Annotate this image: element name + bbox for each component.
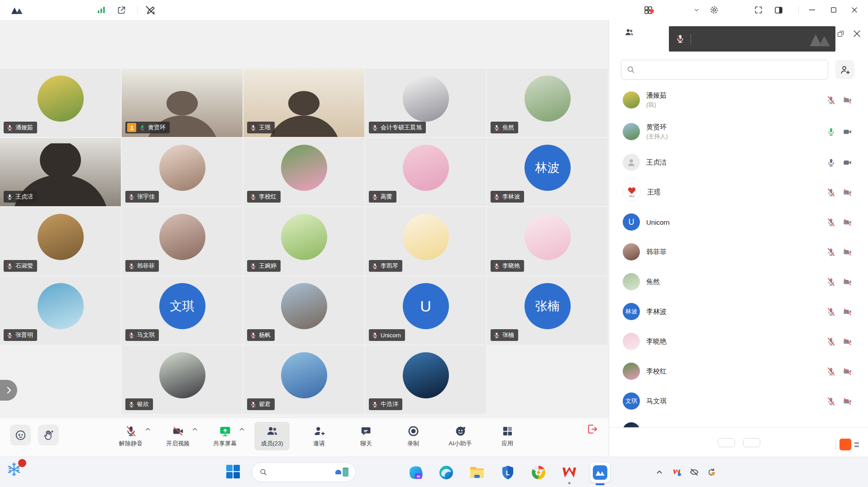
member-camera-button[interactable] [843,158,852,167]
video-tile[interactable]: 牛浩洋 [365,345,486,414]
chevron-up-icon[interactable] [145,427,150,431]
toolbar-start-video-button[interactable]: 开启视频 [160,422,196,450]
member-camera-button[interactable] [843,217,852,227]
member-camera-button[interactable] [843,367,852,376]
member-row[interactable]: 李晓艳 [609,326,868,356]
share-window-icon[interactable] [117,0,126,20]
member-camera-button[interactable] [843,127,852,137]
member-mic-button[interactable] [826,307,836,317]
video-tile[interactable]: 黄贤环 [122,69,243,137]
video-tile[interactable]: 高蕾 [365,138,486,206]
member-row[interactable]: 黄贤环(主持人) [609,116,868,147]
member-camera-button[interactable] [843,307,852,317]
gear-icon[interactable] [710,0,719,20]
member-search-input[interactable] [621,60,828,80]
member-mic-button[interactable] [826,188,836,197]
tray-eye-off[interactable] [689,467,699,477]
tray-wps-mini[interactable] [672,468,682,477]
member-row-partial[interactable] [609,416,868,427]
taskbar-app-wps[interactable] [559,463,579,482]
member-row[interactable]: 文琪马文琪 [609,386,868,416]
close-button[interactable] [844,0,864,20]
eye-off-icon[interactable] [689,467,699,477]
member-mic-button[interactable] [826,127,836,137]
tray-expand-icon[interactable] [654,467,664,477]
input-method-bar[interactable] [835,439,859,450]
weather-widget[interactable] [6,461,25,478]
tray-sync[interactable] [707,468,716,477]
tab-members[interactable] [625,28,637,37]
emoji-reaction-button[interactable] [10,425,31,445]
toolbar-apps-button[interactable]: 应用 [490,422,525,450]
member-mic-button[interactable] [826,217,836,227]
leave-meeting-button[interactable] [586,423,598,437]
video-tile[interactable]: 李晓艳 [487,207,608,275]
member-row[interactable]: 王贞洁 [609,147,868,177]
member-row[interactable]: UUnicorn [609,207,868,237]
video-tile[interactable]: 翟君 [243,345,364,414]
member-mic-button[interactable] [826,247,836,257]
taskbar-app-explorer[interactable] [467,463,487,482]
member-row[interactable]: 林波李林波 [609,297,868,326]
member-row[interactable]: 潘娅茹(我) [609,84,868,116]
member-camera-button[interactable] [843,337,852,346]
toolbar-members-button[interactable]: 成员(23) [254,422,290,450]
member-row[interactable]: 韩菲菲 [609,237,868,267]
maximize-button[interactable] [824,0,844,20]
video-tile[interactable]: 潘娅茹 [0,69,121,137]
video-tile[interactable]: 张普明 [0,276,121,345]
video-tile[interactable]: 李凯琴 [365,207,486,275]
video-tile[interactable]: 会计专硕王晨旭 [365,69,486,137]
annotate-off-icon[interactable] [145,0,156,20]
taskbar-app-copilot[interactable]: AI [405,463,425,482]
taskbar-search[interactable] [252,462,356,482]
toolbar-invite-button[interactable]: 邀请 [301,422,337,450]
member-mic-button[interactable] [826,277,836,287]
member-mic-button[interactable] [826,397,836,406]
start-button[interactable] [225,464,241,479]
member-row[interactable]: 李校红 [609,356,868,386]
toolbar-unmute-button[interactable]: 解除静音 [113,422,148,450]
video-tile[interactable]: 焦然 [487,69,608,137]
add-member-button[interactable] [835,60,854,79]
video-tile[interactable]: 王贞洁 [0,138,121,206]
toolbar-record-button[interactable]: 录制 [396,422,431,450]
sogou-input-icon[interactable] [839,439,851,450]
member-camera-button[interactable] [843,95,852,105]
popout-panel-button[interactable] [835,28,846,39]
video-tile[interactable]: 杨帆 [243,276,364,345]
taskbar-app-meeting[interactable] [590,463,610,482]
fullscreen-icon[interactable] [754,0,763,20]
video-tile[interactable]: 文琪 马文琪 [122,276,243,345]
member-row[interactable]: 焦然 [609,267,868,297]
member-mic-button[interactable] [826,95,836,105]
video-tile[interactable]: 张宇佳 [122,138,243,206]
member-mic-button[interactable] [826,158,836,167]
change-nickname-button[interactable] [718,438,735,447]
taskbar-app-edge[interactable] [436,463,456,482]
wps-tray-icon[interactable] [672,468,682,477]
video-tile[interactable]: 李校红 [243,138,364,206]
side-panel-icon[interactable] [774,0,783,20]
chevron-up-icon[interactable] [239,427,244,431]
member-mic-button[interactable] [826,337,836,346]
member-camera-button[interactable] [843,397,852,406]
close-panel-button[interactable] [851,28,863,39]
toolbar-chat-button[interactable]: 聊天 [348,422,384,450]
member-row[interactable]: M&S王瑶 [609,177,868,207]
video-tile[interactable]: 林波 李林波 [487,138,608,206]
taskbar-app-security[interactable]: L [498,463,518,482]
toolbar-share-screen-button[interactable]: 共享屏幕 [207,422,243,450]
member-camera-button[interactable] [843,188,852,197]
video-tile[interactable]: 银欣 [122,345,243,414]
taskbar-app-browser-flash[interactable] [529,463,548,482]
video-tile[interactable]: 石淑莹 [0,207,121,275]
video-tile[interactable]: 张楠 张楠 [487,276,608,345]
video-tile[interactable]: U Unicorn [365,276,486,345]
member-camera-button[interactable] [843,247,852,257]
grid-layout-icon[interactable] [644,0,653,20]
sync-icon[interactable] [707,468,716,477]
video-tile[interactable]: 韩菲菲 [122,207,243,275]
toolbar-ai-assistant-button[interactable]: AI小助手 [443,422,478,450]
minimize-button[interactable] [802,0,822,20]
